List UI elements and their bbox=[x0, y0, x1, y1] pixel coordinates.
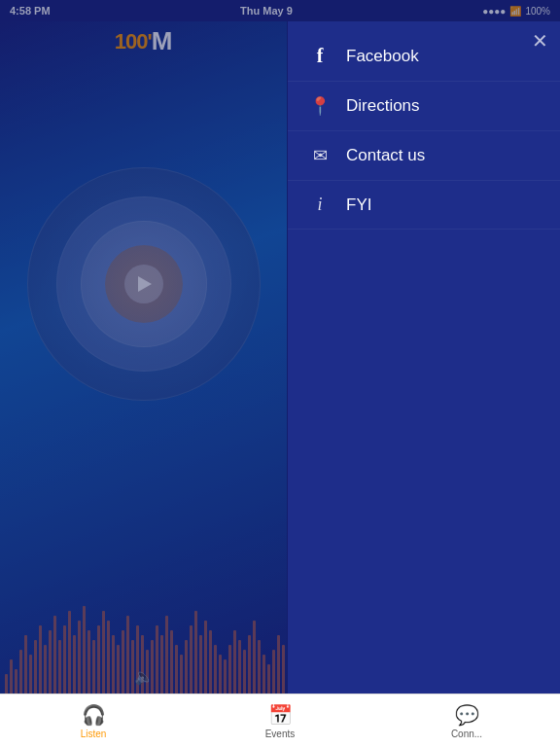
facebook-label: Facebook bbox=[346, 47, 419, 66]
connect-icon: 💬 bbox=[455, 703, 479, 727]
events-label: Events bbox=[265, 729, 296, 739]
fyi-icon: i bbox=[307, 195, 332, 215]
tab-connect[interactable]: 💬 Conn... bbox=[373, 703, 560, 739]
menu-item-fyi[interactable]: i FYI bbox=[288, 181, 560, 230]
close-button[interactable]: ✕ bbox=[532, 29, 548, 53]
tab-bar: 🎧 Listen 📅 Events 💬 Conn... bbox=[0, 694, 560, 747]
events-icon: 📅 bbox=[268, 703, 293, 727]
side-menu: ✕ f Facebook 📍 Directions ✉ Contact us i… bbox=[288, 21, 560, 694]
facebook-icon: f bbox=[307, 45, 332, 67]
listen-label: Listen bbox=[81, 729, 107, 739]
listen-icon: 🎧 bbox=[82, 703, 106, 727]
directions-label: Directions bbox=[346, 96, 420, 116]
menu-item-directions[interactable]: 📍 Directions bbox=[288, 82, 560, 131]
connect-label: Conn... bbox=[451, 729, 482, 739]
contact-icon: ✉ bbox=[307, 145, 332, 166]
menu-items-list: f Facebook 📍 Directions ✉ Contact us i F… bbox=[288, 31, 560, 230]
directions-icon: 📍 bbox=[307, 95, 332, 117]
menu-item-contact[interactable]: ✉ Contact us bbox=[288, 131, 560, 181]
fyi-label: FYI bbox=[346, 196, 371, 215]
contact-label: Contact us bbox=[346, 146, 425, 165]
tab-events[interactable]: 📅 Events bbox=[187, 703, 373, 739]
tab-listen[interactable]: 🎧 Listen bbox=[0, 703, 187, 739]
menu-item-facebook[interactable]: f Facebook bbox=[288, 31, 560, 82]
